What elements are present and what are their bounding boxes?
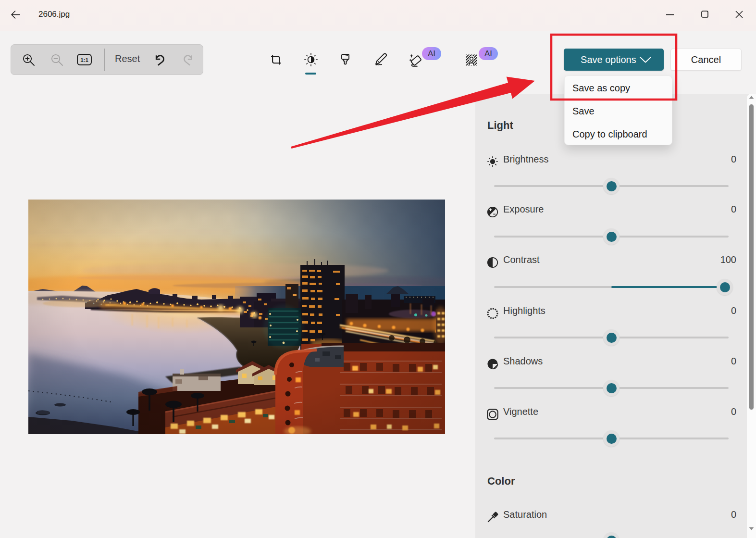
svg-text:1:1: 1:1 [80, 57, 88, 63]
